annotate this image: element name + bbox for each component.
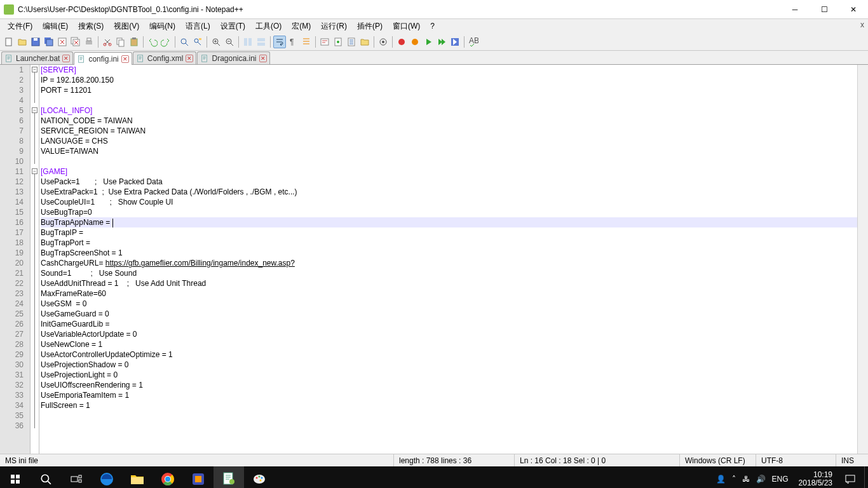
tray-chevron-icon[interactable]: ˄ [732, 475, 736, 484]
tab[interactable]: Dragonica.ini✕ [197, 51, 269, 64]
replace-button[interactable] [191, 36, 204, 48]
sync-v-button[interactable] [241, 36, 254, 48]
code-line[interactable]: UseVariableActorUpdate = 0 [41, 329, 868, 339]
sync-h-button[interactable] [255, 36, 268, 48]
monitor-button[interactable] [377, 36, 390, 48]
tab[interactable]: Config.xml✕ [133, 51, 197, 64]
fold-toggle[interactable]: − [32, 168, 37, 174]
code-line[interactable]: BugTrapPort = [41, 238, 868, 248]
code-line[interactable] [41, 95, 868, 105]
menu-item[interactable]: 语言(L) [180, 20, 215, 33]
code-line[interactable]: UseNewClone = 1 [41, 339, 868, 349]
code-line[interactable]: UseExtraPack=1 ; Use Extra Packed Data (… [41, 187, 868, 197]
code-line[interactable]: SERVICE_REGION = TAIWAN [41, 126, 868, 136]
fold-toggle[interactable]: − [32, 107, 37, 113]
tab-close-icon[interactable]: ✕ [259, 55, 267, 62]
doc-close-icon[interactable]: x [860, 20, 864, 29]
code-line[interactable]: UseUIOffscreenRendering = 1 [41, 380, 868, 390]
save-button[interactable] [29, 36, 42, 48]
menu-item[interactable]: 运行(R) [316, 20, 352, 33]
cut-button[interactable] [101, 36, 114, 48]
code-line[interactable]: [SERVER] [41, 65, 868, 75]
play-button[interactable] [422, 36, 435, 48]
code-line[interactable] [41, 410, 868, 421]
taskbar-paint-icon[interactable] [244, 466, 275, 488]
start-button[interactable] [0, 466, 31, 488]
menu-item[interactable]: 设置(T) [215, 20, 250, 33]
minimize-button[interactable]: ─ [780, 0, 810, 19]
spellcheck-button[interactable]: ABC [467, 36, 480, 48]
menu-item[interactable]: 插件(P) [352, 20, 388, 33]
tab[interactable]: config.ini✕ [74, 52, 132, 65]
code-line[interactable] [41, 156, 868, 166]
code-line[interactable]: UseGameGuard = 0 [41, 309, 868, 319]
new-file-button[interactable] [3, 36, 15, 48]
search-button[interactable] [31, 466, 61, 488]
print-button[interactable] [83, 36, 95, 48]
udl-button[interactable] [318, 36, 331, 48]
vertical-scrollbar[interactable] [857, 65, 868, 454]
code-line[interactable]: PORT = 11201 [41, 85, 868, 95]
code-line[interactable]: MaxFrameRate=60 [41, 288, 868, 299]
code-line[interactable]: BugTrapIP = [41, 227, 868, 238]
menu-item[interactable]: 工具(O) [250, 20, 287, 33]
menu-item[interactable]: 窗口(W) [388, 20, 425, 33]
show-desktop-button[interactable] [864, 466, 868, 488]
code-line[interactable]: UseGSM = 0 [41, 299, 868, 309]
indent-guide-button[interactable] [300, 36, 313, 48]
code-line[interactable]: [GAME] [41, 166, 868, 177]
save-all-button[interactable] [43, 36, 55, 48]
paste-button[interactable] [128, 36, 140, 48]
func-list-button[interactable] [345, 36, 358, 48]
maximize-button[interactable]: ☐ [810, 0, 839, 19]
open-file-button[interactable] [16, 36, 29, 48]
tab[interactable]: Launcher.bat✕ [1, 51, 73, 64]
ime-lang[interactable]: ENG [772, 475, 789, 484]
menu-item[interactable]: 编码(N) [144, 20, 180, 33]
code-line[interactable]: Sound=1 ; Use Sound [41, 268, 868, 278]
notifications-button[interactable] [836, 466, 864, 488]
code-line[interactable]: UseAddUnitThread = 1 ; Use Add Unit Thre… [41, 278, 868, 288]
taskbar-edge-icon[interactable] [92, 466, 122, 488]
close-button[interactable]: ✕ [839, 0, 868, 19]
code-line[interactable] [41, 421, 868, 431]
code-line[interactable]: CashChargeURL= https://gfb.gameflier.com… [41, 258, 868, 268]
close-file-button[interactable] [56, 36, 69, 48]
code-line[interactable]: UseActorControllerUpdateOptimize = 1 [41, 349, 868, 360]
doc-map-button[interactable] [332, 36, 344, 48]
code-line[interactable]: InitGameGuardLib = [41, 319, 868, 329]
taskbar-explorer-icon[interactable] [122, 466, 153, 488]
menu-item[interactable]: 搜索(S) [73, 20, 109, 33]
save-macro-button[interactable] [449, 36, 461, 48]
undo-button[interactable] [146, 36, 159, 48]
menu-item[interactable]: 视图(V) [109, 20, 144, 33]
code-line[interactable]: FullScreen = 1 [41, 400, 868, 410]
taskview-button[interactable] [61, 466, 92, 488]
menu-item[interactable]: ? [425, 20, 440, 32]
zoom-in-button[interactable] [210, 36, 222, 48]
taskbar-clock[interactable]: 10:19 2018/5/23 [795, 471, 836, 487]
tab-close-icon[interactable]: ✕ [186, 55, 193, 62]
menu-item[interactable]: 编辑(E) [37, 20, 73, 33]
copy-button[interactable] [114, 36, 127, 48]
editor[interactable]: 1234567891011121314151617181920212223242… [0, 65, 868, 454]
find-button[interactable] [178, 36, 191, 48]
taskbar-notepadpp-icon[interactable] [214, 466, 244, 488]
taskbar-app-icon[interactable] [183, 466, 214, 488]
code-line[interactable]: UseBugTrap=0 [41, 207, 868, 217]
redo-button[interactable] [159, 36, 172, 48]
code-line[interactable]: IP = 192.168.200.150 [41, 75, 868, 85]
record-button[interactable] [395, 36, 408, 48]
wrap-button[interactable] [273, 36, 286, 48]
code-line[interactable]: LANGUAGE = CHS [41, 136, 868, 146]
code-area[interactable]: [SERVER]IP = 192.168.200.150PORT = 11201… [39, 65, 868, 454]
people-icon[interactable]: 👤 [716, 475, 726, 484]
code-line[interactable]: UseEmporiaTeamItem = 1 [41, 390, 868, 400]
code-line[interactable]: VALUE=TAIWAN [41, 146, 868, 156]
tab-close-icon[interactable]: ✕ [62, 55, 70, 62]
folder-view-button[interactable] [358, 36, 371, 48]
taskbar-chrome-icon[interactable] [153, 466, 183, 488]
stop-button[interactable] [409, 36, 421, 48]
close-all-button[interactable] [69, 36, 82, 48]
code-line[interactable]: BugTrapScreenShot = 1 [41, 248, 868, 258]
